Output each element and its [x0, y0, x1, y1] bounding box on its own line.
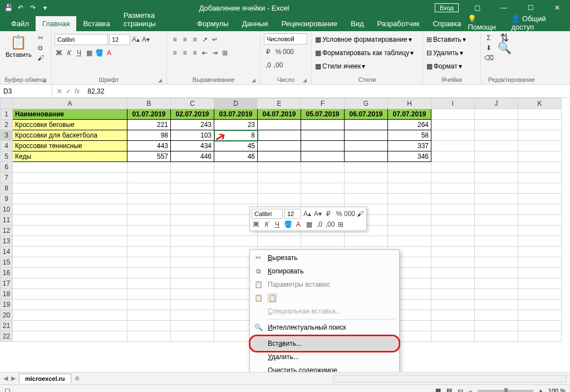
- cell[interactable]: [13, 247, 127, 257]
- cell[interactable]: [13, 321, 127, 331]
- name-box[interactable]: D3: [0, 85, 52, 97]
- cell[interactable]: 03.07.2019: [214, 109, 258, 120]
- cell[interactable]: 103: [171, 130, 214, 141]
- cell[interactable]: Кеды: [13, 151, 127, 162]
- dec-decimal-icon[interactable]: ,00: [274, 61, 283, 70]
- cell[interactable]: [431, 257, 475, 268]
- cell[interactable]: [431, 162, 475, 173]
- mini-italic-icon[interactable]: К: [262, 220, 271, 229]
- formula-input[interactable]: 82,32: [84, 87, 570, 95]
- cell[interactable]: [388, 194, 431, 204]
- sheet-nav-prev-icon[interactable]: ◀: [3, 375, 8, 382]
- row-header[interactable]: 21: [1, 321, 13, 331]
- shrink-font-icon[interactable]: A▾: [141, 35, 150, 44]
- minimize-icon[interactable]: —: [491, 0, 517, 16]
- cell[interactable]: [431, 151, 475, 162]
- cell[interactable]: [431, 331, 475, 342]
- percent-icon[interactable]: %: [274, 47, 283, 56]
- cell[interactable]: 243: [171, 120, 214, 130]
- cell[interactable]: [345, 183, 388, 194]
- cell[interactable]: [475, 109, 518, 120]
- cell[interactable]: [13, 215, 127, 226]
- merge-icon[interactable]: ⊞: [220, 48, 229, 57]
- cell[interactable]: [518, 321, 562, 331]
- italic-icon[interactable]: К: [65, 48, 73, 57]
- cell[interactable]: [127, 247, 171, 257]
- mini-merge-icon[interactable]: ⊞: [336, 220, 345, 229]
- cell[interactable]: [258, 183, 301, 194]
- cell[interactable]: [518, 130, 562, 141]
- clear-icon[interactable]: ⌫: [484, 53, 493, 62]
- mini-grow-icon[interactable]: A▴: [303, 209, 312, 218]
- cell[interactable]: [518, 226, 562, 236]
- cell[interactable]: [13, 204, 127, 215]
- cell[interactable]: [171, 247, 214, 257]
- mini-font-combo[interactable]: Calibri: [252, 209, 283, 219]
- cell[interactable]: [518, 109, 562, 120]
- cell[interactable]: [475, 236, 518, 247]
- cell[interactable]: [388, 183, 431, 194]
- format-cells[interactable]: ▦ Формат ▾: [426, 60, 462, 72]
- view-pagebreak-icon[interactable]: ▭: [458, 387, 463, 392]
- cell[interactable]: [214, 162, 258, 173]
- cancel-formula-icon[interactable]: ✕: [57, 87, 62, 95]
- cell[interactable]: 446: [171, 151, 214, 162]
- cell[interactable]: [518, 257, 562, 268]
- col-header[interactable]: C: [171, 99, 214, 109]
- cell[interactable]: 06.07.2019: [345, 109, 388, 120]
- cell[interactable]: [13, 173, 127, 183]
- cell[interactable]: 443: [127, 141, 171, 151]
- maximize-icon[interactable]: ☐: [518, 0, 543, 16]
- cell[interactable]: [475, 300, 518, 310]
- new-sheet-icon[interactable]: ⊕: [75, 375, 80, 382]
- cell[interactable]: [171, 257, 214, 268]
- cell[interactable]: [345, 162, 388, 173]
- cell[interactable]: [171, 278, 214, 289]
- tab-formulas[interactable]: Формулы: [190, 16, 235, 31]
- cell[interactable]: [475, 130, 518, 141]
- col-header[interactable]: E: [258, 99, 301, 109]
- zoom-slider[interactable]: [478, 390, 533, 392]
- cell[interactable]: Кроссовки теннисные: [13, 141, 127, 151]
- cell[interactable]: [13, 300, 127, 310]
- sheet-nav-next-icon[interactable]: ▶: [11, 375, 16, 382]
- cell[interactable]: [171, 268, 214, 278]
- cell[interactable]: [127, 278, 171, 289]
- tab-layout[interactable]: Разметка страницы: [117, 8, 190, 31]
- share-button[interactable]: 👤 Общий доступ: [511, 14, 566, 31]
- tab-developer[interactable]: Разработчик: [371, 16, 426, 31]
- row-header[interactable]: 17: [1, 278, 13, 289]
- cell[interactable]: [431, 226, 475, 236]
- cell[interactable]: [171, 321, 214, 331]
- align-bot-icon[interactable]: ≡: [190, 35, 199, 44]
- cell[interactable]: 01.07.2019: [127, 109, 171, 120]
- cell[interactable]: [127, 321, 171, 331]
- cell[interactable]: [518, 310, 562, 321]
- menu-item[interactable]: Очистить содержимое: [251, 364, 398, 372]
- menu-item[interactable]: ✂Вырезать: [251, 251, 398, 264]
- spreadsheet-grid[interactable]: ABCDEFGHIJK1Наименование01.07.201902.07.…: [0, 98, 570, 372]
- cell[interactable]: [171, 194, 214, 204]
- cell[interactable]: 05.07.2019: [301, 109, 345, 120]
- menu-item[interactable]: Специальная вставка...: [251, 305, 398, 318]
- login-button[interactable]: Вход: [435, 3, 459, 12]
- row-header[interactable]: 14: [1, 247, 13, 257]
- find-icon[interactable]: 🔍: [500, 43, 509, 52]
- bold-icon[interactable]: Ж: [55, 48, 63, 57]
- cell[interactable]: 07.07.2019: [388, 109, 431, 120]
- col-header[interactable]: J: [475, 99, 518, 109]
- cell[interactable]: [431, 183, 475, 194]
- fx-icon[interactable]: fx: [75, 87, 80, 95]
- cell-styles[interactable]: ▦ Стили ячеек ▾: [315, 60, 365, 72]
- cell[interactable]: [431, 247, 475, 257]
- autosum-icon[interactable]: Σ: [484, 33, 493, 42]
- conditional-formatting[interactable]: ▦ Условное форматирование ▾: [315, 33, 412, 46]
- cell[interactable]: [301, 162, 345, 173]
- cell[interactable]: [345, 141, 388, 151]
- cell[interactable]: [258, 120, 301, 130]
- insert-cells[interactable]: ⊞ Вставить ▾: [426, 33, 466, 46]
- ribbon-options-icon[interactable]: ▢: [464, 0, 490, 16]
- qat-more-icon[interactable]: ▾: [40, 3, 50, 13]
- cell[interactable]: [345, 236, 388, 247]
- cell[interactable]: [475, 204, 518, 215]
